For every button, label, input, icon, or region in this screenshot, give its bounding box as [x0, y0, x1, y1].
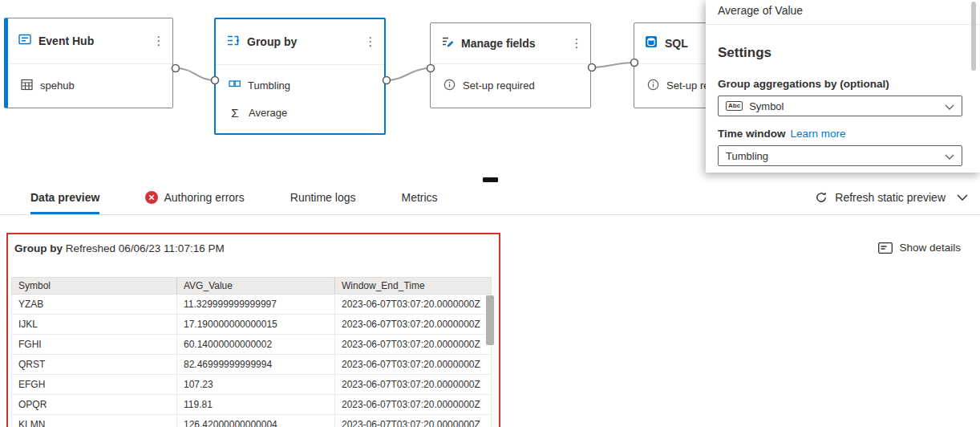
- table-cell: FGHI: [12, 335, 177, 354]
- connector-line: [176, 68, 215, 80]
- table-icon: [21, 79, 33, 93]
- node-items: Set-up required: [431, 64, 590, 107]
- show-details-label: Show details: [899, 242, 961, 254]
- refresh-static-preview-button[interactable]: Refresh static preview: [815, 191, 946, 204]
- error-icon: [145, 191, 158, 204]
- table-row[interactable]: FGHI60.140000000000022023-06-07T03:07:20…: [11, 335, 492, 355]
- tab-authoring-errors[interactable]: Authoring errors: [145, 180, 244, 214]
- table-cell: 2023-06-07T03:07:20.0000000Z: [335, 295, 491, 314]
- table-cell: 126.42000000000004: [177, 415, 335, 427]
- node-item-label: Set-up required: [463, 79, 535, 92]
- show-details-button[interactable]: Show details: [878, 242, 961, 254]
- table-row[interactable]: QRST82.469999999999942023-06-07T03:07:20…: [11, 355, 492, 375]
- preview-table: SymbolAVG_ValueWindow_End_Time YZAB11.32…: [11, 277, 492, 427]
- event-hub-icon: [18, 33, 31, 49]
- node-item[interactable]: spehub: [8, 72, 172, 100]
- table-cell: 2023-06-07T03:07:20.0000000Z: [335, 335, 491, 354]
- node-header: Manage fields ⋮: [431, 23, 590, 64]
- info-icon: [443, 79, 456, 93]
- refresh-icon: [815, 191, 828, 204]
- node-item[interactable]: Σ Average: [216, 99, 384, 126]
- settings-panel: Average of Value Settings Group aggregat…: [706, 0, 980, 173]
- tab-data-preview[interactable]: Data preview: [30, 180, 99, 214]
- tab-label: Runtime logs: [290, 191, 356, 204]
- table-cell: EFGH: [12, 375, 177, 394]
- table-cell: 119.81: [177, 395, 335, 414]
- node-item-label: Average: [249, 107, 287, 119]
- table-cell: 2023-06-07T03:07:20.0000000Z: [335, 355, 491, 374]
- learn-more-link[interactable]: Learn more: [791, 128, 846, 140]
- node-menu-icon[interactable]: ⋮: [569, 36, 584, 51]
- node-items: Tumbling Σ Average: [216, 65, 384, 132]
- tab-label: Metrics: [401, 191, 437, 204]
- table-cell: KLMN: [12, 415, 177, 427]
- preview-refreshed-text: Refreshed 06/06/23 11:07:16 PM: [66, 242, 225, 254]
- sigma-icon: Σ: [229, 106, 241, 120]
- table-cell: 82.46999999999994: [177, 355, 335, 374]
- info-icon: [647, 79, 659, 93]
- table-cell: YZAB: [12, 295, 177, 314]
- dropdown-value: Symbol: [749, 100, 938, 112]
- table-cell: 11.329999999999997: [177, 295, 335, 314]
- table-row[interactable]: KLMN126.420000000000042023-06-07T03:07:2…: [11, 415, 492, 427]
- sql-database-icon: [645, 35, 658, 51]
- node-item[interactable]: Tumbling: [216, 71, 384, 99]
- group-by-icon: [226, 35, 240, 50]
- chevron-down-icon: [945, 150, 954, 162]
- app-root: Event Hub ⋮ spehub Group by ⋮: [0, 0, 980, 427]
- group-aggregations-label: Group aggregations by (optional): [718, 78, 980, 90]
- table-cell: IJKL: [12, 315, 177, 334]
- node-item[interactable]: Set-up required: [431, 72, 590, 100]
- tumbling-window-icon: [229, 79, 241, 92]
- node-title: Manage fields: [461, 37, 562, 50]
- tab-metrics[interactable]: Metrics: [401, 180, 437, 214]
- table-cell: 17.190000000000015: [177, 315, 335, 334]
- chevron-down-icon: [945, 100, 954, 112]
- tab-label: Authoring errors: [164, 191, 244, 204]
- table-cell: 2023-06-07T03:07:20.0000000Z: [335, 415, 491, 427]
- table-cell: 60.14000000000002: [177, 335, 335, 354]
- node-item-label: Tumbling: [248, 79, 290, 92]
- refresh-label: Refresh static preview: [835, 191, 946, 204]
- time-window-row: Time windowLearn more: [718, 128, 980, 140]
- column-header-symbol[interactable]: Symbol: [12, 278, 177, 294]
- show-details-icon: [878, 242, 893, 254]
- table-header-row: SymbolAVG_ValueWindow_End_Time: [11, 277, 492, 295]
- preview-tabbar: Data preview Authoring errors Runtime lo…: [0, 180, 980, 215]
- table-cell: QRST: [12, 355, 177, 374]
- settings-heading: Settings: [718, 45, 980, 61]
- table-cell: 107.23: [177, 375, 335, 394]
- connector-line: [387, 68, 431, 80]
- group-aggregations-dropdown[interactable]: Abc Symbol: [718, 96, 962, 116]
- node-title: Event Hub: [38, 35, 144, 47]
- node-group-by[interactable]: Group by ⋮ Tumbling Σ Average: [214, 18, 386, 135]
- panel-scrollbar[interactable]: [971, 2, 976, 71]
- node-items: spehub: [8, 64, 172, 107]
- splitter-handle[interactable]: [483, 177, 498, 182]
- node-menu-icon[interactable]: ⋮: [152, 34, 166, 48]
- table-row[interactable]: IJKL17.1900000000000152023-06-07T03:07:2…: [11, 315, 492, 335]
- tab-runtime-logs[interactable]: Runtime logs: [290, 180, 356, 214]
- time-window-label: Time window: [718, 128, 786, 140]
- column-header-window_end_time[interactable]: Window_End_Time: [335, 278, 491, 294]
- connector-line: [592, 63, 634, 67]
- time-window-dropdown[interactable]: Tumbling: [718, 145, 962, 166]
- tab-label: Data preview: [30, 191, 99, 204]
- table-cell: 2023-06-07T03:07:20.0000000Z: [335, 315, 491, 334]
- table-scrollbar-thumb[interactable]: [486, 295, 494, 345]
- table-row[interactable]: OPQR119.812023-06-07T03:07:20.0000000Z: [11, 395, 492, 415]
- table-body: YZAB11.3299999999999972023-06-07T03:07:2…: [11, 295, 492, 427]
- table-row[interactable]: YZAB11.3299999999999972023-06-07T03:07:2…: [11, 295, 492, 315]
- preview-title: Group by Refreshed 06/06/23 11:07:16 PM: [14, 242, 225, 254]
- node-event-hub[interactable]: Event Hub ⋮ spehub: [4, 18, 173, 108]
- node-menu-icon[interactable]: ⋮: [363, 35, 378, 49]
- node-manage-fields[interactable]: Manage fields ⋮ Set-up required: [430, 22, 591, 108]
- node-header: Group by ⋮: [216, 19, 384, 65]
- table-row[interactable]: EFGH107.232023-06-07T03:07:20.0000000Z: [11, 375, 492, 395]
- divider: [706, 24, 980, 25]
- collapse-panel-chevron-icon[interactable]: [957, 194, 968, 201]
- column-header-avg_value[interactable]: AVG_Value: [177, 278, 335, 294]
- table-cell: OPQR: [12, 395, 177, 414]
- node-header: Event Hub ⋮: [8, 18, 172, 64]
- preview-node-name: Group by: [14, 242, 63, 254]
